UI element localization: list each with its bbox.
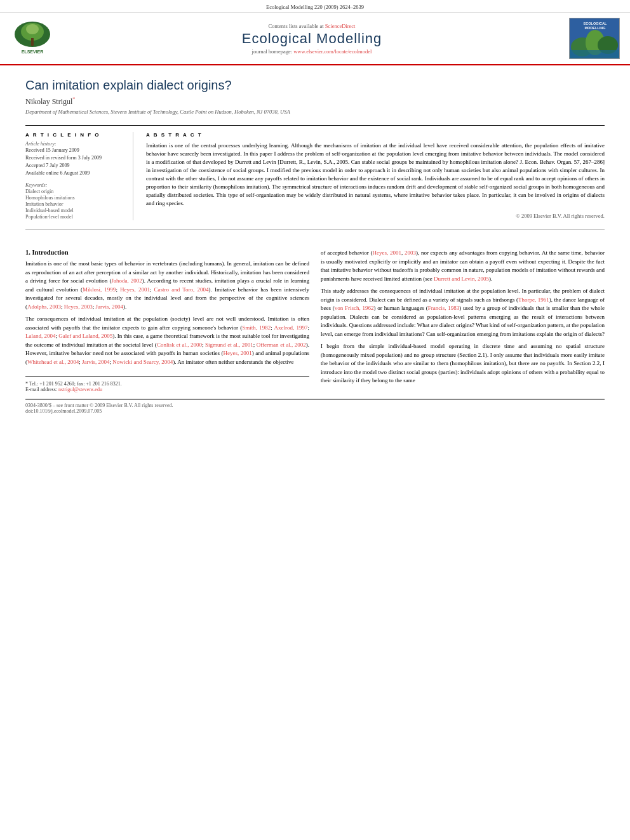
paper-content: Can imitation explain dialect origins? N… xyxy=(0,65,630,249)
section1-right-para1: of accepted behavior (Heyes, 2001, 2003)… xyxy=(321,249,605,283)
footnote-email-link[interactable]: nstrigul@stevens.edu xyxy=(58,387,102,392)
homepage-link[interactable]: www.elsevier.com/locate/ecolmodel xyxy=(293,48,372,55)
abstract-title: A B S T R A C T xyxy=(146,132,605,138)
ref-galef[interactable]: Galef and Laland, 2005 xyxy=(58,333,112,339)
doi-section: 0304-3800/$ – see front matter © 2009 El… xyxy=(25,399,605,414)
ref-heyes2003b[interactable]: 2003 xyxy=(405,250,416,256)
svg-point-3 xyxy=(26,24,39,34)
ref-laland[interactable]: Laland, 2004 xyxy=(25,333,56,339)
section1-para2: The consequences of individual imitation… xyxy=(25,315,309,366)
affiliation: Department of Mathematical Sciences, Ste… xyxy=(25,109,605,115)
keyword-1: Dialect origin xyxy=(25,189,124,194)
revised-date: Received in revised form 3 July 2009 xyxy=(25,155,124,161)
ref-offerman[interactable]: Offerman et al., 2002 xyxy=(257,342,306,348)
keyword-2: Homophilous imitations xyxy=(25,195,124,201)
section-divider xyxy=(25,229,605,230)
ref-nowicki[interactable]: Nowicki and Searcy, 2004 xyxy=(112,359,173,365)
ref-castro[interactable]: Castro and Toro, 2004 xyxy=(154,286,209,293)
ref-smith[interactable]: Smith, 1982 xyxy=(242,324,271,331)
journal-top-bar: Ecological Modelling 220 (2009) 2624–263… xyxy=(0,3,630,13)
elsevier-logo: ELSEVIER xyxy=(10,20,55,57)
ref-thorpe[interactable]: Thorpe, 1961 xyxy=(518,297,549,303)
svg-text:MODELLING: MODELLING xyxy=(585,26,606,30)
footnote-tel: * Tel.: +1 201 952 4260; fax: +1 201 216… xyxy=(25,381,309,387)
main-body: 1. Introduction Imitation is one of the … xyxy=(0,249,630,392)
section1-right-para2: This study addresses the consequences of… xyxy=(321,287,605,338)
article-info: A R T I C L E I N F O Article history: R… xyxy=(25,132,133,220)
journal-thumbnail: ECOLOGICAL MODELLING xyxy=(569,18,620,59)
left-column: 1. Introduction Imitation is one of the … xyxy=(25,249,309,392)
keyword-5: Population-level model xyxy=(25,214,124,220)
article-info-title: A R T I C L E I N F O xyxy=(25,132,124,138)
ref-jahoda[interactable]: Jahoda, 2002 xyxy=(111,277,142,284)
ref-durrett[interactable]: Durrett and Levin, 2005 xyxy=(434,276,489,282)
keywords-label: Keywords: xyxy=(25,182,124,188)
ref-jarvis2[interactable]: Jarvis, 2004 xyxy=(82,359,110,365)
ref-heyes2003[interactable]: Heyes, 2003 xyxy=(64,303,93,310)
ref-adolphs[interactable]: Adolphs, 2003 xyxy=(27,303,61,310)
svg-text:ELSEVIER: ELSEVIER xyxy=(22,50,44,54)
journal-homepage: journal homepage: www.elsevier.com/locat… xyxy=(61,48,563,55)
author-name: Nikolay Strigul* xyxy=(25,97,605,107)
available-date: Available online 6 August 2009 xyxy=(25,170,124,176)
doi-text: doi:10.1016/j.ecolmodel.2009.07.005 xyxy=(25,408,605,414)
svg-rect-4 xyxy=(31,38,34,46)
journal-title: Ecological Modelling xyxy=(61,30,563,47)
journal-title-center: Contents lists available at ScienceDirec… xyxy=(61,23,563,55)
history-label: Article history: xyxy=(25,141,124,147)
ref-sigmund[interactable]: Sigmund et al., 2001 xyxy=(205,342,253,348)
section1-right-para3: I begin from the simple individual-based… xyxy=(321,342,605,385)
ref-francis[interactable]: Francis, 1983 xyxy=(428,305,460,311)
svg-text:ECOLOGICAL: ECOLOGICAL xyxy=(584,22,607,25)
keyword-3: Imitation behavior xyxy=(25,201,124,207)
ref-jarvis[interactable]: Jarvis, 2004 xyxy=(96,303,124,310)
ref-conlisk[interactable]: Conlisk et al., 2000 xyxy=(157,342,202,348)
copyright: © 2009 Elsevier B.V. All rights reserved… xyxy=(146,213,605,219)
right-column: of accepted behavior (Heyes, 2001, 2003)… xyxy=(321,249,605,392)
ref-whitehead[interactable]: Whitehead et al., 2004 xyxy=(27,359,79,365)
received-date: Received 15 January 2009 xyxy=(25,147,124,153)
footnote-section: * Tel.: +1 201 952 4260; fax: +1 201 216… xyxy=(25,377,309,392)
author-sup: * xyxy=(72,97,75,102)
abstract-text: Imitation is one of the central processe… xyxy=(146,142,605,208)
issn-text: 0304-3800/$ – see front matter © 2009 El… xyxy=(25,403,605,408)
ref-heyes2001c[interactable]: Heyes, 2001 xyxy=(373,250,401,256)
accepted-date: Accepted 7 July 2009 xyxy=(25,163,124,168)
journal-logo-row: ELSEVIER Contents lists available at Sci… xyxy=(0,13,630,64)
sciencedirect-link[interactable]: ScienceDirect xyxy=(325,23,356,29)
journal-citation: Ecological Modelling 220 (2009) 2624–263… xyxy=(266,4,364,10)
ref-miklosi[interactable]: Miklosi, 1999 xyxy=(83,286,116,293)
ref-heyes2001b[interactable]: Heyes, 2001 xyxy=(223,350,251,356)
footnote-email: E-mail address: nstrigul@stevens.edu xyxy=(25,387,309,392)
ref-vonfrisch[interactable]: von Frisch, 1962 xyxy=(335,305,374,311)
section1-heading: 1. Introduction xyxy=(25,249,309,256)
article-abstract: A B S T R A C T Imitation is one of the … xyxy=(146,132,605,220)
keyword-4: Individual-based model xyxy=(25,208,124,213)
ref-heyes2001[interactable]: Heyes, 2001 xyxy=(120,286,150,293)
contents-available: Contents lists available at ScienceDirec… xyxy=(61,23,563,29)
keywords-section: Keywords: Dialect origin Homophilous imi… xyxy=(25,182,124,220)
journal-header: Ecological Modelling 220 (2009) 2624–263… xyxy=(0,0,630,65)
section1-para1: Imitation is one of the most basic types… xyxy=(25,260,309,311)
article-columns: A R T I C L E I N F O Article history: R… xyxy=(25,125,605,220)
paper-title: Can imitation explain dialect origins? xyxy=(25,78,605,93)
ref-axelrod[interactable]: Axelrod, 1997 xyxy=(274,324,308,331)
svg-rect-10 xyxy=(570,50,620,59)
